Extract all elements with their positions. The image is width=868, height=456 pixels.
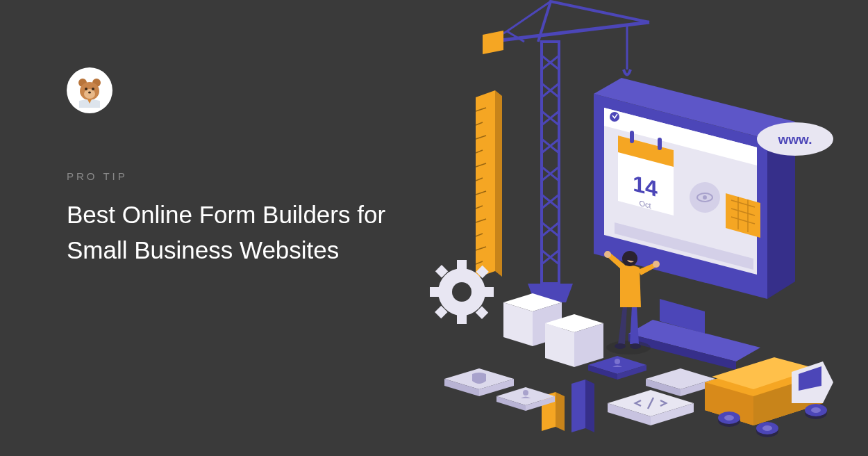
text-content: PRO TIP Best Online Form Builders for Sm…	[67, 170, 414, 268]
svg-point-59	[811, 407, 821, 413]
svg-rect-22	[630, 131, 634, 143]
svg-point-43	[523, 390, 528, 396]
svg-point-46	[615, 343, 626, 349]
svg-rect-36	[457, 314, 467, 324]
www-badge: www.	[757, 122, 833, 156]
bear-mascot-icon	[72, 73, 107, 108]
svg-rect-23	[658, 138, 662, 150]
svg-point-50	[622, 251, 637, 266]
svg-point-6	[92, 88, 94, 90]
svg-point-34	[452, 282, 471, 302]
svg-point-53	[724, 415, 734, 421]
svg-point-5	[85, 88, 87, 90]
svg-text:www.: www.	[778, 132, 812, 147]
gear-icon	[430, 260, 494, 324]
brand-avatar	[67, 67, 112, 113]
svg-point-4	[84, 89, 95, 99]
construction-illustration: 14 Oct www.	[406, 0, 837, 456]
svg-rect-35	[457, 260, 467, 270]
svg-rect-38	[484, 287, 494, 297]
bars-icon	[542, 380, 594, 432]
svg-point-21	[610, 112, 619, 122]
dump-truck-icon	[705, 357, 833, 437]
svg-point-47	[630, 343, 641, 349]
ruler-icon	[476, 90, 502, 278]
box-icon	[545, 314, 603, 367]
svg-point-45	[606, 341, 651, 355]
svg-point-49	[653, 261, 660, 268]
svg-point-44	[615, 359, 620, 364]
svg-point-7	[88, 92, 91, 94]
svg-point-48	[604, 251, 611, 258]
svg-rect-37	[430, 287, 440, 297]
svg-point-25	[703, 195, 707, 200]
shield-tile-icon	[444, 368, 514, 396]
eyebrow-label: PRO TIP	[67, 170, 414, 182]
svg-point-56	[762, 425, 772, 431]
headline: Best Online Form Builders for Small Busi…	[67, 197, 414, 268]
